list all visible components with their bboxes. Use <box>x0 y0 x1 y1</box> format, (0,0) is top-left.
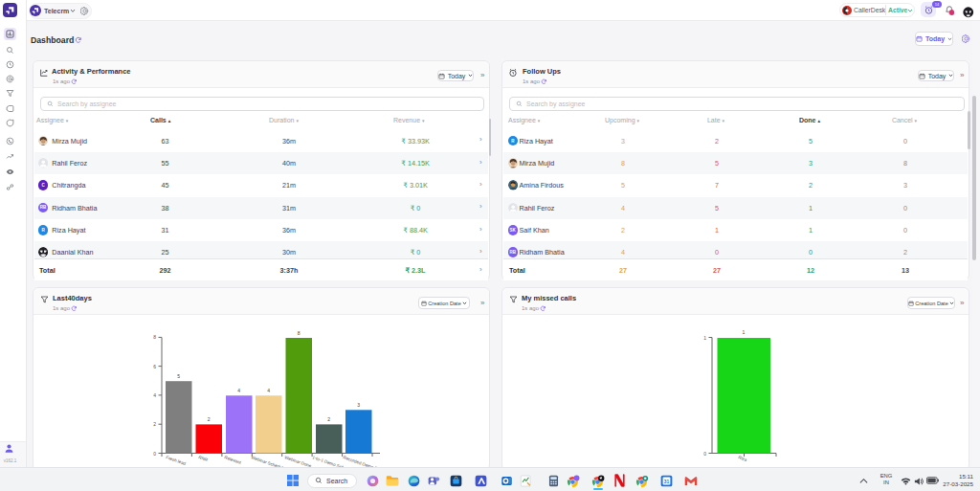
svg-text:0: 0 <box>153 451 156 457</box>
svg-text:2: 2 <box>327 416 330 422</box>
svg-text:1: 1 <box>703 335 706 341</box>
svg-text:0: 0 <box>703 451 706 457</box>
svg-text:Fresh lead: Fresh lead <box>166 455 188 466</box>
svg-text:4: 4 <box>153 392 156 398</box>
svg-text:Relevant: Relevant <box>224 455 242 465</box>
svg-text:5: 5 <box>177 373 180 379</box>
svg-text:31: 31 <box>664 480 670 484</box>
svg-text:6: 6 <box>153 364 156 369</box>
svg-text:8: 8 <box>298 330 301 336</box>
svg-text:8: 8 <box>153 334 156 340</box>
svg-text:1: 1 <box>743 329 746 335</box>
svg-text:Riza: Riza <box>738 455 748 462</box>
svg-text:2: 2 <box>153 421 156 427</box>
svg-text:2: 2 <box>208 416 211 422</box>
svg-text:RNR: RNR <box>198 455 210 462</box>
svg-text:4: 4 <box>267 388 270 393</box>
svg-text:4: 4 <box>237 388 240 393</box>
svg-text:3: 3 <box>357 402 360 408</box>
